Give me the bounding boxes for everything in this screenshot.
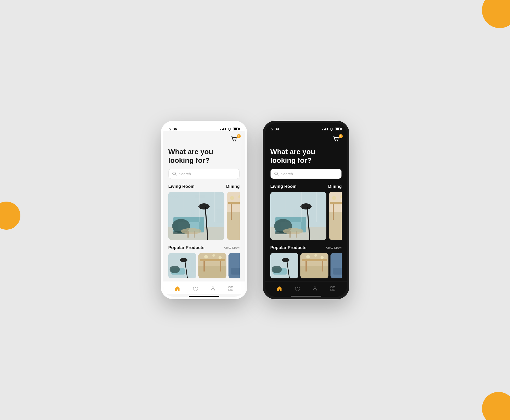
battery-icon-light bbox=[233, 128, 239, 130]
living-room-image-light bbox=[168, 192, 224, 240]
phone-dark: 2:34 bbox=[263, 121, 349, 299]
dining-title-light: Dining bbox=[226, 184, 240, 189]
svg-point-30 bbox=[180, 258, 187, 262]
product-image-1-light bbox=[168, 253, 196, 278]
svg-point-25 bbox=[230, 196, 234, 200]
nav-home-dark[interactable] bbox=[274, 285, 284, 293]
svg-rect-64 bbox=[301, 192, 302, 222]
nav-profile-dark[interactable] bbox=[310, 285, 320, 293]
svg-point-13 bbox=[198, 203, 210, 209]
svg-rect-67 bbox=[289, 231, 291, 238]
dining-title-dark: Dining bbox=[328, 184, 342, 189]
svg-rect-48 bbox=[231, 289, 233, 291]
product-card-3-dark[interactable] bbox=[330, 253, 342, 278]
svg-point-79 bbox=[282, 258, 289, 262]
home-indicator-dark bbox=[291, 296, 321, 297]
nav-home-light[interactable] bbox=[172, 285, 182, 293]
product-card-3-light[interactable] bbox=[228, 253, 240, 278]
product-card-2-light[interactable] bbox=[198, 253, 226, 278]
cart-button-dark[interactable]: 0 bbox=[333, 135, 342, 144]
battery-icon-dark bbox=[335, 128, 341, 130]
phone-content-light: 0 What are youlooking for? Search Living… bbox=[163, 131, 245, 297]
svg-rect-46 bbox=[231, 287, 233, 288]
svg-rect-23 bbox=[231, 204, 232, 220]
product-image-2-light bbox=[198, 253, 226, 278]
svg-rect-71 bbox=[330, 202, 342, 204]
svg-rect-22 bbox=[228, 202, 240, 204]
grid-icon-light bbox=[228, 286, 234, 292]
status-icons-dark bbox=[322, 128, 341, 131]
nav-profile-light[interactable] bbox=[208, 285, 218, 293]
living-room-card-dark[interactable] bbox=[270, 192, 326, 240]
svg-point-51 bbox=[275, 172, 277, 175]
wifi-icon-light bbox=[227, 128, 232, 131]
svg-rect-96 bbox=[331, 289, 332, 291]
content-scroll-light: 0 What are youlooking for? Search Living… bbox=[163, 131, 245, 281]
svg-point-17 bbox=[181, 228, 201, 234]
cart-button-area-light: 0 bbox=[168, 135, 240, 144]
heart-icon-dark bbox=[294, 286, 300, 292]
status-icons-light bbox=[220, 128, 239, 131]
nav-grid-light[interactable] bbox=[226, 285, 236, 293]
category-scroll-light bbox=[168, 192, 240, 240]
categories-header-dark: Living Room Dining bbox=[270, 184, 342, 189]
phone-light: 2:36 bbox=[161, 121, 247, 299]
svg-point-81 bbox=[272, 266, 282, 273]
product-image-1-dark bbox=[270, 253, 298, 278]
dining-image-dark bbox=[329, 192, 342, 240]
nav-favorites-dark[interactable] bbox=[292, 285, 302, 293]
svg-rect-97 bbox=[333, 289, 335, 291]
svg-rect-94 bbox=[331, 287, 332, 288]
profile-icon-dark bbox=[312, 286, 318, 292]
svg-point-87 bbox=[306, 255, 310, 258]
svg-point-49 bbox=[335, 141, 336, 141]
phone-content-dark: 0 What are youlooking for? Search Living… bbox=[265, 131, 347, 297]
svg-point-1 bbox=[235, 141, 236, 141]
svg-rect-37 bbox=[220, 261, 221, 271]
svg-rect-14 bbox=[184, 192, 184, 222]
svg-point-2 bbox=[173, 172, 175, 175]
search-placeholder-light: Search bbox=[179, 172, 191, 176]
heart-icon-light bbox=[192, 286, 198, 292]
living-room-image-dark bbox=[270, 192, 326, 240]
svg-rect-45 bbox=[229, 287, 230, 288]
products-view-more-dark[interactable]: View More bbox=[326, 246, 342, 250]
category-scroll-dark bbox=[270, 192, 342, 240]
svg-rect-36 bbox=[203, 261, 205, 271]
svg-rect-65 bbox=[316, 192, 317, 222]
status-bar-light: 2:36 bbox=[163, 123, 245, 131]
search-bar-dark[interactable]: Search bbox=[270, 169, 342, 179]
svg-rect-70 bbox=[329, 212, 342, 240]
living-room-card-light[interactable] bbox=[168, 192, 224, 240]
time-dark: 2:34 bbox=[271, 127, 279, 131]
svg-rect-16 bbox=[214, 192, 215, 222]
content-scroll-dark: 0 What are youlooking for? Search Living… bbox=[265, 131, 347, 281]
svg-point-88 bbox=[314, 254, 317, 257]
products-title-dark: Popular Products bbox=[270, 245, 307, 250]
cart-button-light[interactable]: 0 bbox=[231, 135, 240, 144]
product-card-1-dark[interactable] bbox=[270, 253, 298, 278]
cart-button-area-dark: 0 bbox=[270, 135, 342, 144]
search-bar-light[interactable]: Search bbox=[168, 169, 240, 179]
dining-card-light[interactable] bbox=[227, 192, 240, 240]
products-view-more-light[interactable]: View More bbox=[224, 246, 240, 250]
cart-badge-dark: 0 bbox=[339, 134, 343, 138]
home-indicator-light bbox=[189, 296, 219, 297]
svg-point-66 bbox=[283, 228, 303, 234]
bottom-nav-light bbox=[163, 281, 245, 294]
product-card-1-light[interactable] bbox=[168, 253, 196, 278]
nav-grid-dark[interactable] bbox=[328, 285, 338, 293]
home-icon-dark bbox=[276, 286, 282, 292]
product-image-3-light bbox=[228, 253, 240, 278]
svg-point-93 bbox=[314, 287, 316, 289]
cart-badge-light: 0 bbox=[237, 134, 241, 138]
products-header-light: Popular Products View More bbox=[168, 245, 240, 250]
product-card-2-dark[interactable] bbox=[300, 253, 328, 278]
svg-rect-47 bbox=[229, 289, 230, 291]
status-bar-dark: 2:34 bbox=[265, 123, 347, 131]
products-grid-light bbox=[168, 253, 240, 278]
dining-card-dark[interactable] bbox=[329, 192, 342, 240]
nav-favorites-light[interactable] bbox=[190, 285, 200, 293]
signal-icon-dark bbox=[322, 128, 328, 130]
svg-point-50 bbox=[337, 141, 338, 141]
